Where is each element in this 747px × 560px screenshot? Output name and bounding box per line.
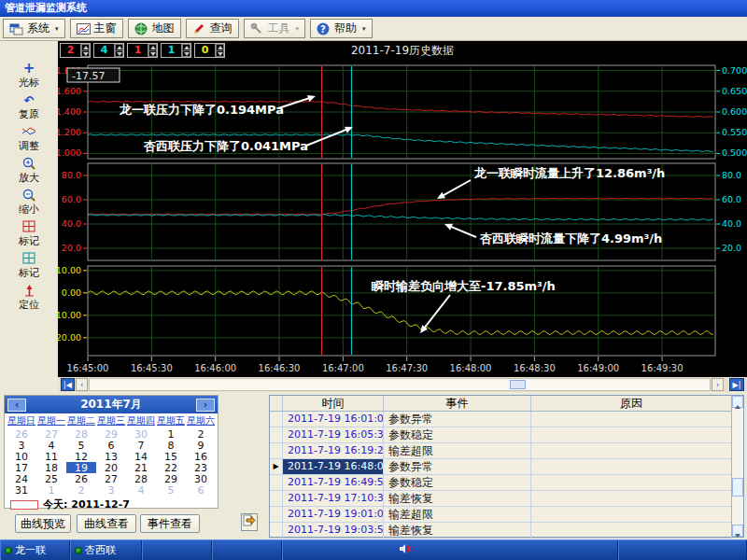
scroll-right-button[interactable]: › [712, 378, 724, 391]
export-button[interactable] [241, 513, 258, 531]
table-row[interactable]: 2011-7-19 16:01:07参数异常 [270, 412, 732, 427]
table-row[interactable]: 2011-7-19 16:49:50参数稳定 [270, 475, 732, 491]
tool-mark-red[interactable]: 标记 [0, 220, 58, 247]
tool-zoom-out[interactable]: 缩小 [0, 189, 58, 216]
calendar-day[interactable]: 28 [126, 473, 156, 484]
calendar-day[interactable]: 24 [7, 473, 36, 484]
calendar-day[interactable]: 29 [96, 428, 126, 440]
scroll-left-button[interactable]: ‹ [76, 378, 88, 391]
calendar-day[interactable]: 21 [126, 462, 156, 473]
curve-spinner-3[interactable]: 1 [127, 43, 158, 58]
calendar-day[interactable]: 12 [66, 451, 96, 462]
curve-view-button[interactable]: 曲线查看 [77, 514, 136, 533]
calendar-day[interactable]: 6 [186, 484, 216, 496]
calendar-day[interactable]: 27 [96, 473, 126, 484]
calendar-day[interactable]: 9 [186, 440, 216, 451]
calendar-day[interactable]: 11 [36, 451, 66, 462]
table-scroll-up-button[interactable] [732, 396, 743, 408]
toolbar-button-system[interactable]: 系统▾ [3, 19, 65, 38]
muted-speaker-icon[interactable] [399, 543, 412, 557]
curve-spinner-4[interactable]: 1 [161, 43, 191, 58]
trend-chart[interactable]: 1.8001.6001.4001.2001.0000.7000.6500.600… [58, 60, 747, 377]
calendar-day[interactable]: 26 [7, 428, 36, 440]
calendar-day[interactable]: 8 [156, 440, 186, 451]
calendar-day[interactable]: 3 [7, 440, 36, 451]
tool-zoom-in[interactable]: 放大 [0, 157, 58, 184]
calendar-day[interactable]: 13 [96, 451, 126, 462]
calendar-day[interactable]: 1 [36, 484, 66, 496]
calendar-day[interactable]: 7 [126, 440, 156, 451]
calendar-next-button[interactable]: › [196, 399, 215, 412]
calendar-day[interactable]: 30 [186, 473, 216, 484]
tool-adjust[interactable]: 调整 [0, 125, 58, 152]
curve-spinner-5[interactable]: 0 [194, 43, 225, 58]
tool-mark-teal[interactable]: 标记 [0, 252, 58, 279]
svg-text:龙一联瞬时流量上升了12.86m³/h: 龙一联瞬时流量上升了12.86m³/h [473, 166, 665, 180]
spinner-down-icon[interactable] [216, 50, 224, 58]
calendar-day[interactable]: 17 [7, 462, 36, 473]
calendar-day[interactable]: 4 [36, 440, 66, 451]
weekday-label: 星期六 [186, 414, 216, 427]
calendar-day[interactable]: 31 [7, 484, 36, 496]
table-row[interactable]: ▶2011-7-19 16:48:04参数异常 [270, 459, 732, 475]
column-header-2[interactable]: 事件 [384, 396, 531, 411]
toolbar-button-map[interactable]: 地图 [128, 19, 181, 38]
table-scrollbar-thumb[interactable] [732, 478, 743, 497]
table-row[interactable]: 2011-7-19 19:01:00输差超限 [270, 507, 732, 523]
table-row[interactable]: 2011-7-19 17:10:30输差恢复 [270, 491, 732, 507]
curve-spinner-2[interactable]: 4 [93, 43, 124, 58]
calendar-day-selected[interactable]: 19 [66, 462, 96, 473]
calendar-day[interactable]: 23 [186, 462, 216, 473]
event-view-button[interactable]: 事件查看 [140, 514, 200, 533]
curve-spinner-1[interactable]: 2 [60, 43, 91, 58]
scrollbar-track[interactable] [89, 378, 711, 391]
scroll-first-button[interactable]: |◀ [61, 378, 75, 391]
calendar-day[interactable]: 5 [156, 484, 186, 496]
calendar-prev-button[interactable]: ‹ [7, 399, 26, 412]
calendar-month-label: 2011年7月 [80, 397, 142, 413]
tool-crosshair[interactable]: +光标 [0, 62, 58, 89]
calendar-day[interactable]: 18 [36, 462, 66, 473]
spinner-down-icon[interactable] [182, 50, 190, 58]
spinner-value: 4 [94, 44, 114, 57]
calendar-day[interactable]: 28 [66, 428, 96, 440]
calendar-day[interactable]: 26 [66, 473, 96, 484]
calendar-day[interactable]: 29 [156, 473, 186, 484]
scroll-last-button[interactable]: ▶| [729, 378, 744, 391]
toolbar-button-help[interactable]: ?帮助▾ [310, 19, 373, 38]
calendar-day[interactable]: 27 [36, 428, 66, 440]
calendar-day[interactable]: 2 [186, 428, 216, 440]
column-header-3[interactable]: 原因 [531, 396, 732, 411]
status-segment-3 [142, 540, 212, 560]
table-scroll-down-button[interactable] [732, 525, 743, 537]
table-row[interactable]: 2011-7-19 16:05:35参数稳定 [270, 427, 732, 443]
tool-undo[interactable]: ↶复原 [0, 93, 58, 120]
calendar-day[interactable]: 14 [126, 451, 156, 462]
spinner-down-icon[interactable] [148, 50, 157, 58]
scrollbar-thumb[interactable] [510, 380, 526, 389]
calendar-day[interactable]: 30 [126, 428, 156, 440]
mark-red-icon [22, 220, 35, 232]
svg-text:0.600: 0.600 [722, 106, 747, 117]
column-header-1[interactable]: 时间 [283, 396, 384, 411]
tool-locate[interactable]: 定位 [0, 284, 58, 311]
table-row[interactable]: 2011-7-19 19:03:50输差恢复 [270, 523, 732, 539]
toolbar-button-query[interactable]: 查询 [186, 19, 239, 38]
calendar-day[interactable]: 25 [36, 473, 66, 484]
spinner-down-icon[interactable] [115, 50, 123, 58]
calendar-day[interactable]: 10 [7, 451, 36, 462]
calendar-day[interactable]: 16 [186, 451, 216, 462]
curve-preview-button[interactable]: 曲线预览 [15, 514, 71, 533]
calendar-day[interactable]: 2 [66, 484, 96, 496]
calendar-day[interactable]: 22 [156, 462, 186, 473]
calendar-day[interactable]: 20 [96, 462, 126, 473]
calendar-day[interactable]: 15 [156, 451, 186, 462]
calendar-day[interactable]: 3 [96, 484, 126, 496]
calendar-day[interactable]: 6 [96, 440, 126, 451]
table-row[interactable]: 2011-7-19 16:19:24输差超限 [270, 443, 732, 459]
toolbar-button-main-window[interactable]: 主窗 [70, 19, 123, 38]
spinner-down-icon[interactable] [81, 50, 90, 58]
calendar-day[interactable]: 1 [156, 428, 186, 440]
calendar-day[interactable]: 5 [66, 440, 96, 451]
calendar-day[interactable]: 4 [126, 484, 156, 496]
